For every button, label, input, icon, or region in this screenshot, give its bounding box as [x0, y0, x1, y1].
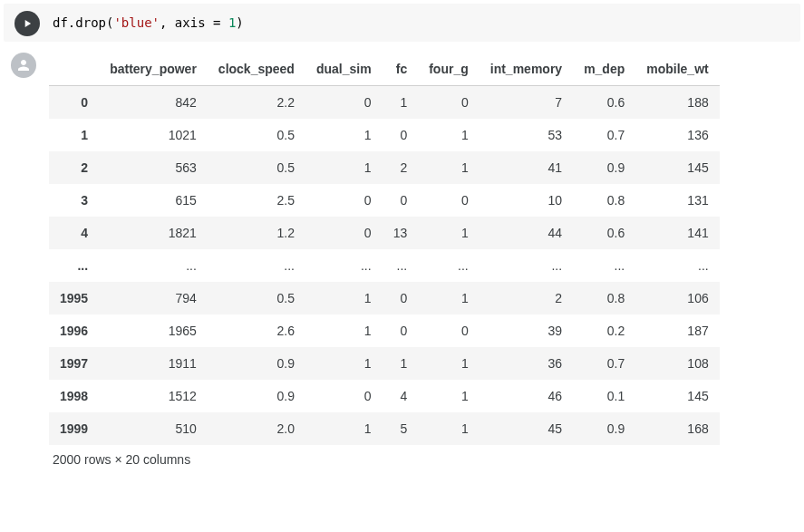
- cell: 563: [99, 151, 208, 184]
- cell: 0.1: [573, 380, 635, 412]
- header-row: battery_powerclock_speeddual_simfcfour_g…: [49, 53, 720, 86]
- cell: 0.9: [208, 380, 305, 412]
- cell: 39: [479, 314, 573, 347]
- cell: 108: [635, 347, 719, 380]
- table-row: 199719110.9111360.7108: [49, 347, 720, 380]
- cell: 1: [383, 347, 419, 380]
- row-index: 2: [49, 151, 99, 184]
- row-index: 1998: [49, 380, 99, 412]
- table-row: 199815120.9041460.1145: [49, 380, 720, 412]
- cell: 0: [305, 184, 383, 217]
- cell: 145: [635, 380, 719, 412]
- cell: 1911: [99, 347, 208, 380]
- cell: 0: [418, 314, 479, 347]
- cell: 794: [99, 282, 208, 314]
- row-index: 3: [49, 184, 99, 217]
- row-index: ...: [49, 249, 99, 282]
- cell: 1: [305, 119, 383, 151]
- cell: 0.8: [573, 282, 635, 314]
- cell: 0.9: [573, 151, 635, 184]
- table-row: 25630.5121410.9145: [49, 151, 720, 184]
- code-prefix: df.drop(: [53, 15, 113, 30]
- cell: 106: [635, 282, 719, 314]
- cell: 0: [383, 184, 419, 217]
- table-row: 199619652.6100390.2187: [49, 314, 720, 347]
- code-text[interactable]: df.drop('blue', axis = 1): [53, 9, 244, 30]
- cell: 1: [305, 347, 383, 380]
- cell: ...: [99, 249, 208, 282]
- code-mid: , axis =: [160, 15, 228, 30]
- person-icon: [15, 57, 32, 73]
- play-icon: [21, 17, 34, 30]
- cell: 36: [479, 347, 573, 380]
- cell: 0.5: [208, 282, 305, 314]
- cell: ...: [208, 249, 305, 282]
- cell: 1: [305, 151, 383, 184]
- row-index: 4: [49, 217, 99, 249]
- cell: 0.9: [208, 347, 305, 380]
- cell: 136: [635, 119, 719, 151]
- index-header: [49, 53, 99, 86]
- cell: 2: [383, 151, 419, 184]
- col-header: battery_power: [99, 53, 208, 86]
- cell: 168: [635, 412, 719, 445]
- cell: 7: [479, 86, 573, 120]
- cell: 1: [383, 86, 419, 120]
- cell: ...: [479, 249, 573, 282]
- cell: 5: [383, 412, 419, 445]
- code-cell[interactable]: df.drop('blue', axis = 1): [4, 4, 800, 42]
- cell: ...: [383, 249, 419, 282]
- col-header: dual_sim: [305, 53, 383, 86]
- dataframe-table: battery_powerclock_speeddual_simfcfour_g…: [49, 53, 720, 445]
- run-button[interactable]: [15, 11, 40, 36]
- cell: 188: [635, 86, 719, 120]
- cell: 1: [305, 314, 383, 347]
- cell: 0: [418, 184, 479, 217]
- code-string: 'blue': [113, 15, 160, 30]
- cell: 0: [383, 119, 419, 151]
- cell: 10: [479, 184, 573, 217]
- table-row: 19957940.510120.8106: [49, 282, 720, 314]
- cell: 1: [418, 412, 479, 445]
- col-header: int_memory: [479, 53, 573, 86]
- cell: 1: [418, 119, 479, 151]
- cell: 0.5: [208, 119, 305, 151]
- cell: 1021: [99, 119, 208, 151]
- row-index: 1996: [49, 314, 99, 347]
- cell: 0.9: [573, 412, 635, 445]
- cell: 0.2: [573, 314, 635, 347]
- row-index: 1995: [49, 282, 99, 314]
- output-avatar: [11, 53, 36, 78]
- cell: 0: [305, 380, 383, 412]
- cell: 1512: [99, 380, 208, 412]
- cell: 0.6: [573, 86, 635, 120]
- cell: 2: [479, 282, 573, 314]
- cell: 1: [418, 347, 479, 380]
- cell: 1965: [99, 314, 208, 347]
- cell: 4: [383, 380, 419, 412]
- cell: 2.0: [208, 412, 305, 445]
- row-index: 0: [49, 86, 99, 120]
- cell: 2.2: [208, 86, 305, 120]
- cell: 53: [479, 119, 573, 151]
- col-header: fc: [383, 53, 419, 86]
- col-header: clock_speed: [208, 53, 305, 86]
- cell: 0: [383, 314, 419, 347]
- table-row: ...........................: [49, 249, 720, 282]
- cell: 131: [635, 184, 719, 217]
- cell: 45: [479, 412, 573, 445]
- cell: ...: [418, 249, 479, 282]
- shape-text: 2000 rows × 20 columns: [49, 445, 720, 467]
- cell: 1: [418, 217, 479, 249]
- col-header: mobile_wt: [635, 53, 719, 86]
- cell: 1: [305, 282, 383, 314]
- cell: 2.6: [208, 314, 305, 347]
- cell: 1821: [99, 217, 208, 249]
- cell: ...: [305, 249, 383, 282]
- cell: 0: [383, 282, 419, 314]
- col-header: m_dep: [573, 53, 635, 86]
- table-row: 110210.5101530.7136: [49, 119, 720, 151]
- cell: 1: [418, 151, 479, 184]
- dataframe-output[interactable]: battery_powerclock_speeddual_simfcfour_g…: [49, 49, 720, 467]
- cell: 1: [418, 282, 479, 314]
